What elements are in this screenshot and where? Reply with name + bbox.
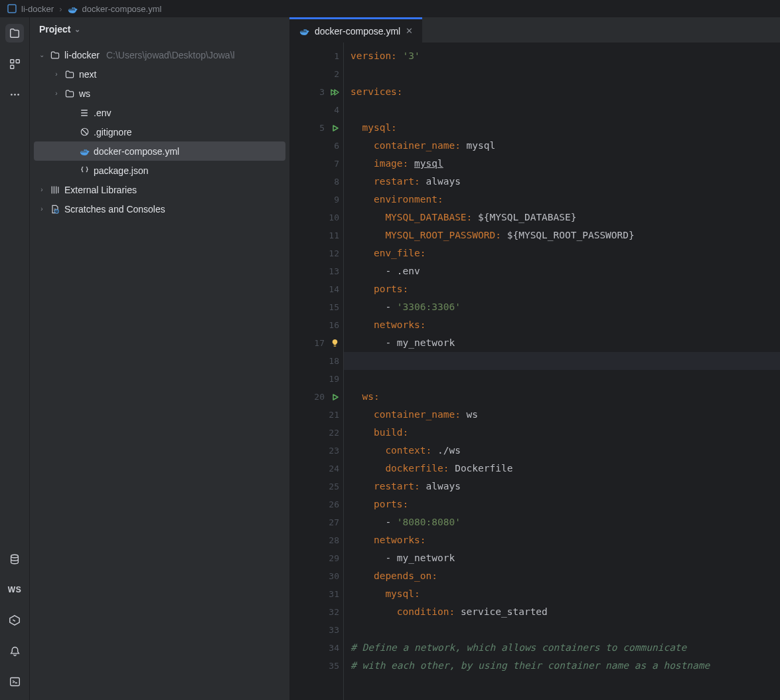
breadcrumb-file[interactable]: docker-compose.yml [67,3,161,14]
code-line-3[interactable]: services: [351,83,780,101]
gutter-line-28[interactable]: 28 [289,531,343,549]
bulb-icon[interactable] [331,339,339,347]
code-line-4[interactable] [351,101,780,119]
gutter-line-14[interactable]: 14 [289,280,343,298]
run-icon[interactable] [331,124,339,132]
code-line-31[interactable]: mysql: [351,585,780,603]
code-line-24[interactable]: dockerfile: Dockerfile [351,460,780,478]
gutter-line-22[interactable]: 22 [289,424,343,442]
notifications-tool-button[interactable] [5,642,24,660]
gutter-line-3[interactable]: 3 [289,83,343,101]
gutter-line-17[interactable]: 17 [289,334,343,352]
code-line-7[interactable]: image: mysql [351,155,780,173]
code-line-6[interactable]: container_name: mysql [351,137,780,155]
gutter-line-11[interactable]: 11 [289,226,343,244]
gutter-line-9[interactable]: 9 [289,191,343,209]
gutter-line-31[interactable]: 31 [289,585,343,603]
tree-item-scratch[interactable]: ›Scratches and Consoles [30,199,289,219]
code-line-5[interactable]: mysql: [351,119,780,137]
gutter-line-15[interactable]: 15 [289,298,343,316]
ws-tool-button[interactable]: WS [5,580,24,599]
gutter-line-23[interactable]: 23 [289,442,343,460]
code-line-32[interactable]: condition: service_started [351,603,780,621]
code-line-33[interactable] [351,621,780,639]
run-icon[interactable] [331,393,339,401]
code-line-11[interactable]: MYSQL_ROOT_PASSWORD: ${MYSQL_ROOT_PASSWO… [351,226,780,244]
code-line-15[interactable]: - '3306:3306' [351,298,780,316]
gutter-line-27[interactable]: 27 [289,513,343,531]
services-tool-button[interactable] [5,611,24,630]
gutter-line-25[interactable]: 25 [289,478,343,495]
gutter-line-2[interactable]: 2 [289,65,343,83]
gutter-line-30[interactable]: 30 [289,567,343,585]
gutter-line-18[interactable]: 18 [289,352,343,370]
code-line-21[interactable]: container_name: ws [351,406,780,424]
gutter-line-24[interactable]: 24 [289,460,343,478]
gutter-line-35[interactable]: 35 [289,657,343,675]
code-content[interactable]: version: '3' services: mysql: container_… [344,43,780,700]
code-line-10[interactable]: MYSQL_DATABASE: ${MYSQL_DATABASE} [351,209,780,226]
code-line-29[interactable]: - my_network [351,549,780,567]
gutter-line-4[interactable]: 4 [289,101,343,119]
gutter-line-6[interactable]: 6 [289,137,343,155]
code-line-1[interactable]: version: '3' [351,47,780,65]
gutter-line-7[interactable]: 7 [289,155,343,173]
breadcrumb-project[interactable]: li-docker [7,3,54,14]
code-line-25[interactable]: restart: always [351,478,780,495]
code-line-28[interactable]: networks: [351,531,780,549]
code-line-19[interactable] [351,370,780,388]
gutter-line-16[interactable]: 16 [289,316,343,334]
gutter-line-12[interactable]: 12 [289,244,343,262]
project-panel-header[interactable]: Project ⌄ [30,17,289,41]
code-line-2[interactable] [351,65,780,83]
gutter-line-20[interactable]: 20 [289,388,343,406]
more-tool-button[interactable] [5,85,24,104]
code-line-26[interactable]: ports: [351,495,780,513]
code-line-16[interactable]: networks: [351,316,780,334]
code-line-22[interactable]: build: [351,424,780,442]
chevron-right-icon[interactable]: › [38,205,46,213]
terminal-tool-button[interactable] [5,672,24,691]
code-line-12[interactable]: env_file: [351,244,780,262]
tab-docker-compose[interactable]: docker-compose.yml ✕ [289,17,422,43]
tree-item-root[interactable]: ⌄li-dockerC:\Users\jowad\Desktop\Jowa\l [30,45,289,64]
chevron-right-icon[interactable]: › [52,70,60,78]
gutter-line-8[interactable]: 8 [289,173,343,191]
code-line-27[interactable]: - '8080:8080' [351,513,780,531]
tree-item-compose[interactable]: docker-compose.yml [34,141,285,161]
project-tool-button[interactable] [5,24,24,43]
tree-item-gitignore[interactable]: .gitignore [30,122,289,141]
chevron-right-icon[interactable]: › [52,90,60,97]
close-icon[interactable]: ✕ [406,26,413,36]
code-line-23[interactable]: context: ./ws [351,442,780,460]
chevron-down-icon[interactable]: ⌄ [38,51,46,58]
code-line-20[interactable]: ws: [351,388,780,406]
code-line-34[interactable]: # Define a network, which allows contain… [351,639,780,657]
tree-item-next[interactable]: ›next [30,64,289,84]
structure-tool-button[interactable] [5,54,24,73]
gutter-line-32[interactable]: 32 [289,603,343,621]
code-line-17[interactable]: - my_network [351,334,780,352]
code-line-9[interactable]: environment: [351,191,780,209]
run-icon[interactable] [330,88,339,96]
tree-item-ws[interactable]: ›ws [30,84,289,103]
tree-item-extlib[interactable]: ›External Libraries [30,180,289,199]
gutter-line-13[interactable]: 13 [289,262,343,280]
code-line-14[interactable]: ports: [351,280,780,298]
gutter-line-5[interactable]: 5 [289,119,343,137]
gutter-line-34[interactable]: 34 [289,639,343,657]
database-tool-button[interactable] [5,550,24,569]
code-line-18[interactable] [344,352,780,370]
tree-item-pkg[interactable]: package.json [30,161,289,180]
gutter-line-21[interactable]: 21 [289,406,343,424]
code-line-13[interactable]: - .env [351,262,780,280]
tree-item-env[interactable]: .env [30,103,289,122]
gutter-line-26[interactable]: 26 [289,495,343,513]
code-line-30[interactable]: depends_on: [351,567,780,585]
chevron-right-icon[interactable]: › [38,186,46,193]
gutter-line-33[interactable]: 33 [289,621,343,639]
gutter-line-10[interactable]: 10 [289,209,343,226]
code-line-35[interactable]: # with each other, by using their contai… [351,657,780,675]
gutter-line-1[interactable]: 1 [289,47,343,65]
gutter-line-29[interactable]: 29 [289,549,343,567]
